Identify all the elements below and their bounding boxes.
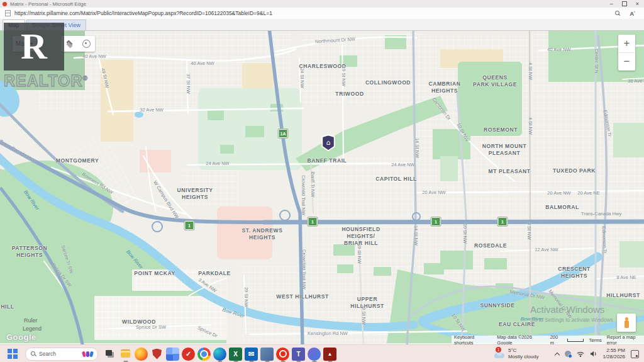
weather-badge: 1: [496, 347, 501, 353]
tab-google-street-view-label: Google Street View: [32, 22, 80, 28]
browser-icon[interactable]: [197, 348, 211, 361]
map-viewport[interactable]: HIGHLAND PARKCHARLESWOODCOLLINGWOODTRIWO…: [0, 30, 644, 344]
weather-temp: 5°C: [508, 348, 516, 353]
firefox-icon[interactable]: [135, 348, 148, 361]
terms-link[interactable]: Terms: [589, 337, 601, 343]
clock-date: 1/28/2026: [602, 354, 625, 359]
weather-condition: Mostly cloudy: [508, 354, 538, 359]
tab-map-label: Map: [8, 22, 19, 28]
read-aloud-icon[interactable]: Aᵃ: [630, 10, 635, 17]
map-attribution: Keyboard shortcuts Map data ©2026 Google…: [452, 336, 644, 344]
tab-map[interactable]: Map: [3, 20, 25, 30]
page-icon: [5, 10, 11, 16]
page-tab-bar: Map Google Street View: [0, 19, 644, 31]
onedrive-status-icon[interactable]: [565, 351, 571, 357]
office-icon[interactable]: [260, 348, 274, 361]
search-highlights-icon: [82, 351, 93, 357]
wifi-icon[interactable]: [577, 351, 584, 357]
taskbar: Search 1 5°C Mostly cloudy 2:55 PM 1/28/…: [0, 344, 644, 362]
security-icon[interactable]: [150, 348, 164, 361]
tray-overflow-icon[interactable]: [555, 352, 560, 357]
search-icon: [31, 351, 36, 356]
acrobat-icon[interactable]: [323, 348, 336, 361]
zoom-in-button[interactable]: +: [618, 35, 635, 53]
clock-time: 2:55 PM: [606, 348, 625, 353]
taskbar-pinned-apps: [103, 348, 336, 361]
map-canvas: [0, 30, 644, 344]
matrix-favicon-icon: [3, 2, 7, 6]
map-type-button[interactable]: Map: [13, 36, 36, 52]
start-button[interactable]: [6, 348, 19, 360]
zoom-out-button[interactable]: −: [618, 53, 635, 71]
search-placeholder: Search: [39, 351, 56, 357]
address-bar[interactable]: https://matrix.pillarnine.com/Matrix/Pub…: [0, 8, 644, 20]
copilot-icon[interactable]: [308, 348, 321, 361]
window-title: Matrix - Personal - Microsoft Edge: [10, 1, 86, 7]
location-target-icon: [82, 40, 91, 48]
listing-marker[interactable]: ⌂: [321, 134, 336, 151]
weather-text: 5°C Mostly cloudy: [508, 348, 538, 360]
pegman-button[interactable]: [617, 314, 636, 332]
google-logo[interactable]: Google: [6, 332, 36, 342]
zoom-control: + −: [618, 35, 635, 71]
close-button[interactable]: ×: [636, 1, 639, 7]
teams-icon[interactable]: [292, 348, 305, 361]
speaker-icon[interactable]: [590, 351, 597, 357]
layers-icon: [65, 40, 74, 47]
minimize-button[interactable]: –: [610, 1, 613, 7]
tab-google-street-view[interactable]: Google Street View: [26, 20, 86, 30]
file-explorer-icon[interactable]: [119, 348, 132, 361]
map-type-label: Map: [16, 40, 28, 47]
my-location-button[interactable]: [78, 36, 95, 52]
url-text[interactable]: https://matrix.pillarnine.com/Matrix/Pub…: [14, 10, 272, 16]
cloud-icon: 1: [494, 350, 505, 358]
edge-icon[interactable]: [213, 348, 226, 361]
weather-widget[interactable]: 1 5°C Mostly cloudy: [494, 348, 538, 360]
windows-logo-icon: [8, 349, 12, 353]
excel-icon[interactable]: [229, 348, 242, 361]
zoom-page-icon[interactable]: [615, 11, 620, 16]
ruler-tool[interactable]: Ruler: [24, 317, 38, 324]
screen: { "window": { "title": "Matrix - Persona…: [0, 0, 644, 362]
restore-button[interactable]: [622, 1, 627, 6]
pegman-icon: [623, 317, 630, 329]
verified-icon[interactable]: [182, 348, 195, 361]
adobe-icon[interactable]: [276, 348, 289, 361]
taskbar-search[interactable]: Search: [25, 348, 98, 361]
taskbar-clock[interactable]: 2:55 PM 1/28/2026: [602, 348, 625, 360]
chevron-down-icon: [30, 43, 33, 45]
scale-bar: [567, 339, 584, 342]
outlook-icon[interactable]: [245, 348, 258, 361]
legend-tool[interactable]: Legend: [23, 325, 42, 332]
notification-center-icon[interactable]: [631, 350, 639, 358]
widgets-icon[interactable]: [166, 348, 179, 361]
map-tools: [61, 36, 95, 52]
task-view-icon[interactable]: [103, 348, 116, 361]
layers-button[interactable]: [61, 36, 78, 52]
